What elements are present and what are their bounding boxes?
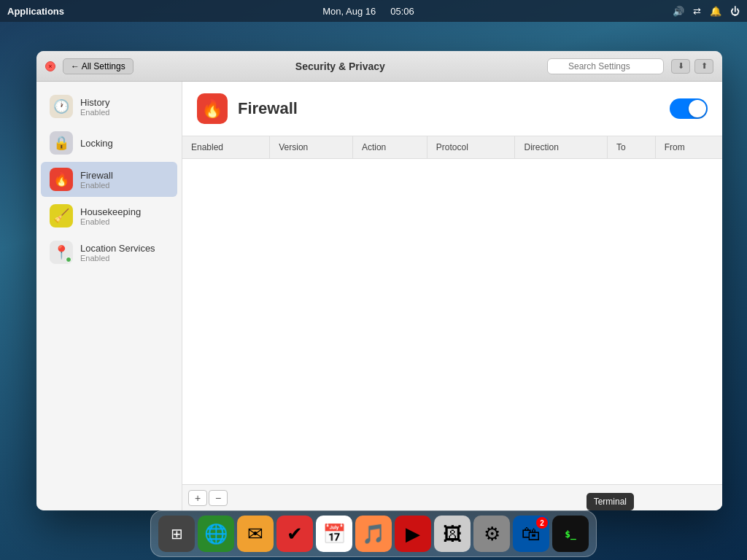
dock-item-settings[interactable]: ⚙ xyxy=(473,516,510,552)
housekeeping-icon: 🧹 xyxy=(50,204,73,228)
col-to: To xyxy=(607,136,655,159)
sidebar-item-history-text: History Enabled xyxy=(80,97,109,117)
volume-icon[interactable]: 🔊 xyxy=(673,6,684,17)
history-icon: 🕐 xyxy=(50,95,73,118)
remove-rule-button[interactable]: − xyxy=(209,490,228,506)
col-enabled: Enabled xyxy=(182,136,270,159)
sidebar-item-firewall[interactable]: 🔥 Firewall Enabled xyxy=(41,162,177,197)
dock-item-video[interactable]: ▶ xyxy=(395,516,431,552)
sidebar-item-location-text: Location Services Enabled xyxy=(80,243,155,262)
window-title: Security & Privacy xyxy=(141,61,540,72)
desktop: Applications Mon, Aug 16 05:06 🔊 ⇄ 🔔 ⏻ ×… xyxy=(0,0,747,560)
topbar: Applications Mon, Aug 16 05:06 🔊 ⇄ 🔔 ⏻ xyxy=(0,0,747,22)
close-button[interactable]: × xyxy=(45,61,55,71)
col-protocol: Protocol xyxy=(427,136,515,159)
firewall-toggle[interactable] xyxy=(670,98,708,119)
sidebar-item-firewall-text: Firewall Enabled xyxy=(80,170,113,190)
col-from: From xyxy=(655,136,722,159)
add-rule-button[interactable]: + xyxy=(188,490,207,506)
window-body: 🕐 History Enabled 🔒 Locking 🔥 xyxy=(36,82,722,510)
sidebar-item-history[interactable]: 🕐 History Enabled xyxy=(41,89,177,124)
dock-item-calendar[interactable]: 📅 xyxy=(316,516,352,552)
dock-item-tasks[interactable]: ✔ xyxy=(276,516,313,552)
firewall-title: Firewall xyxy=(238,99,659,118)
sidebar-item-firewall-sublabel: Enabled xyxy=(80,181,113,190)
dock-item-music[interactable]: 🎵 xyxy=(355,516,392,552)
dock: ⊞ 🌐 ✉ ✔ 📅 🎵 ▶ 🖼 ⚙ 🛍 2 $_ xyxy=(150,510,597,557)
sidebar-item-housekeeping[interactable]: 🧹 Housekeeping Enabled xyxy=(41,198,177,233)
maximize-button[interactable]: ⬆ xyxy=(694,59,713,74)
firewall-icon-sidebar: 🔥 xyxy=(50,168,73,191)
topbar-date: Mon, Aug 16 xyxy=(322,6,376,17)
location-icon: 📍 xyxy=(50,241,73,264)
firewall-header: 🔥 Firewall xyxy=(182,82,722,136)
window: × ← All Settings Security & Privacy 🔍 ⬇ … xyxy=(36,51,722,510)
sidebar-item-locking-label: Locking xyxy=(80,138,113,149)
sidebar-item-history-sublabel: Enabled xyxy=(80,108,109,117)
dock-item-photos[interactable]: 🖼 xyxy=(434,516,471,552)
sidebar-item-location-label: Location Services xyxy=(80,243,155,254)
col-version: Version xyxy=(270,136,353,159)
main-content: 🔥 Firewall Enabled Version Action xyxy=(182,82,722,510)
sidebar-item-housekeeping-sublabel: Enabled xyxy=(80,217,141,226)
sidebar-item-locking[interactable]: 🔒 Locking xyxy=(41,125,177,160)
applications-menu[interactable]: Applications xyxy=(7,6,64,17)
topbar-center: Mon, Aug 16 05:06 xyxy=(322,6,414,17)
minimize-button[interactable]: ⬇ xyxy=(671,59,690,74)
col-direction: Direction xyxy=(515,136,607,159)
dock-item-browser[interactable]: 🌐 xyxy=(198,516,234,552)
sidebar-item-location-sublabel: Enabled xyxy=(80,254,155,262)
sidebar-item-location[interactable]: 📍 Location Services Enabled xyxy=(41,235,177,270)
sidebar-item-history-label: History xyxy=(80,97,109,108)
network-icon[interactable]: ⇄ xyxy=(693,6,701,17)
sidebar: 🕐 History Enabled 🔒 Locking 🔥 xyxy=(36,82,182,510)
store-badge: 2 xyxy=(536,517,548,529)
power-icon[interactable]: ⏻ xyxy=(730,6,740,17)
window-titlebar: × ← All Settings Security & Privacy 🔍 ⬇ … xyxy=(36,51,722,82)
sidebar-item-housekeeping-text: Housekeeping Enabled xyxy=(80,206,141,226)
sidebar-item-locking-text: Locking xyxy=(80,138,113,149)
dock-item-multitask[interactable]: ⊞ xyxy=(158,516,195,552)
topbar-right: 🔊 ⇄ 🔔 ⏻ xyxy=(673,6,740,17)
terminal-tooltip: Terminal xyxy=(587,493,634,510)
all-settings-button[interactable]: ← All Settings xyxy=(63,58,133,74)
topbar-left: Applications xyxy=(7,6,64,17)
table-header-row: Enabled Version Action Protocol Directio… xyxy=(182,136,722,159)
toggle-knob xyxy=(689,100,706,117)
sidebar-item-firewall-label: Firewall xyxy=(80,170,113,181)
search-container: 🔍 xyxy=(547,58,664,74)
sidebar-item-housekeeping-label: Housekeeping xyxy=(80,206,141,217)
window-controls-right: ⬇ ⬆ xyxy=(671,59,713,74)
dock-item-store[interactable]: 🛍 2 xyxy=(513,516,549,552)
search-input[interactable] xyxy=(547,58,664,74)
dock-item-mail[interactable]: ✉ xyxy=(237,516,274,552)
table-toolbar: + − xyxy=(182,484,722,510)
col-action: Action xyxy=(352,136,427,159)
notifications-icon[interactable]: 🔔 xyxy=(710,6,721,17)
dock-item-terminal[interactable]: $_ xyxy=(552,516,589,552)
locking-icon: 🔒 xyxy=(50,131,73,155)
firewall-rules-table: Enabled Version Action Protocol Directio… xyxy=(182,136,722,159)
firewall-app-icon: 🔥 xyxy=(197,93,228,124)
topbar-time: 05:06 xyxy=(390,6,414,17)
firewall-table-container: Enabled Version Action Protocol Directio… xyxy=(182,136,722,484)
